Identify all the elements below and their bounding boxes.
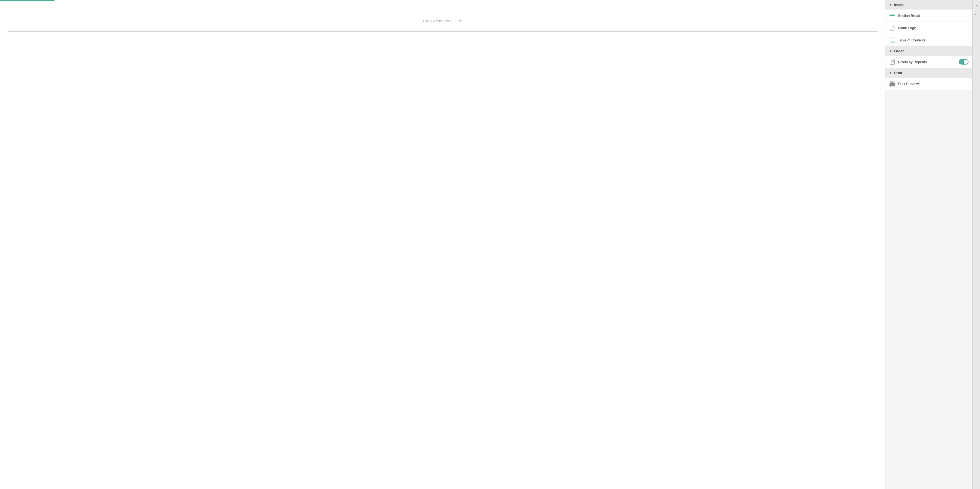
print-preview-label: Print Preview [898, 82, 969, 86]
far-right-panel: › ⌂ [972, 0, 980, 489]
right-sidebar: ▼ Insert Section Break Blank Page [885, 0, 972, 489]
group-repeats-icon [889, 59, 895, 65]
progress-bar [0, 0, 54, 1]
drag-drop-label: Drag Resources Here [423, 19, 462, 23]
insert-header-label: Insert [894, 3, 904, 7]
toggle-switch[interactable] [959, 59, 969, 65]
print-header-label: Print [894, 71, 902, 75]
expand-arrow-icon[interactable]: › [975, 2, 978, 8]
order-section-header[interactable]: ▼ Order [885, 46, 972, 56]
blank-page-label: Blank Page [898, 26, 969, 30]
blank-page-item[interactable]: Blank Page [885, 22, 972, 34]
section-break-icon [889, 13, 895, 19]
home-icon[interactable]: ⌂ [974, 10, 978, 17]
drag-drop-zone[interactable]: Drag Resources Here [7, 10, 878, 32]
blank-page-icon [889, 25, 895, 31]
main-content-area: Drag Resources Here [0, 0, 885, 489]
order-header-label: Order [894, 49, 904, 53]
order-collapse-icon: ▼ [889, 49, 892, 52]
section-break-label: Section Break [898, 14, 969, 18]
toggle-knob [964, 60, 968, 64]
section-break-item[interactable]: Section Break [885, 10, 972, 22]
print-preview-item[interactable]: Print Preview [885, 78, 972, 90]
print-collapse-icon: ▼ [889, 71, 892, 75]
group-by-repeats-toggle[interactable] [959, 59, 969, 65]
insert-section-header[interactable]: ▼ Insert [885, 0, 972, 10]
table-of-contents-item[interactable]: Table of Contents [885, 34, 972, 46]
group-by-repeats-label: Group by Repeats [898, 60, 956, 64]
toc-icon [889, 37, 895, 43]
toc-label: Table of Contents [898, 38, 969, 42]
group-by-repeats-item[interactable]: Group by Repeats [885, 56, 972, 68]
print-section-header[interactable]: ▼ Print [885, 68, 972, 78]
print-preview-icon [889, 81, 895, 87]
insert-collapse-icon: ▼ [889, 3, 892, 6]
